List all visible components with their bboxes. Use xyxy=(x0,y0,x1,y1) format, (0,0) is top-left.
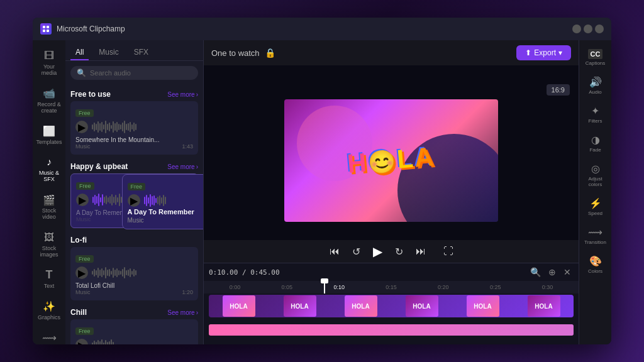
window-controls: ─ □ ✕ xyxy=(572,25,604,33)
rewind-button[interactable]: ↺ xyxy=(350,243,363,260)
see-more-happy[interactable]: See more › xyxy=(167,163,198,170)
export-button[interactable]: ⬆ Export ▾ xyxy=(516,45,571,60)
audio-right-icon: 🔊 xyxy=(589,76,602,88)
media-icon: 🎞 xyxy=(42,49,56,63)
svg-rect-3 xyxy=(47,30,49,32)
timeline-settings-button[interactable]: ✕ xyxy=(561,266,574,278)
sidebar-label-stock-video: Stock video xyxy=(36,208,62,221)
track-meta-lofi: Music 1:20 xyxy=(75,289,193,295)
audio-track-chill: Free ▶ xyxy=(70,319,198,344)
sidebar-item-stock-images[interactable]: 🖼 Stock images xyxy=(35,227,63,262)
audio-content: Free to use See more › Free ▶ Somewhere xyxy=(65,85,203,344)
music-icon: ♪ xyxy=(42,155,56,169)
section-chill: Chill See more › xyxy=(70,303,198,319)
search-icon: 🔍 xyxy=(77,69,86,77)
audio-clip[interactable] xyxy=(209,324,574,336)
section-title-lofi: Lo-fi xyxy=(70,236,87,244)
see-more-free[interactable]: See more › xyxy=(167,91,198,98)
ruler-mark-20: 0:20 xyxy=(417,284,469,290)
sidebar-item-text[interactable]: T Text xyxy=(35,265,63,293)
aspect-ratio-badge: 16:9 xyxy=(547,84,570,96)
app-window: Microsoft Clipchamp ─ □ ✕ 🎞 Your media 📹… xyxy=(33,18,611,344)
play-pause-button[interactable]: ▶ xyxy=(370,241,385,261)
sidebar-item-transitions[interactable]: ⟿ Transitions xyxy=(35,327,63,344)
sidebar-item-graphics[interactable]: ✨ Graphics xyxy=(35,296,63,325)
right-item-fade[interactable]: ◑ Fade xyxy=(582,130,609,156)
sidebar-item-record[interactable]: 📹 Record & create xyxy=(35,83,63,118)
see-more-chill[interactable]: See more › xyxy=(167,309,198,316)
svg-rect-2 xyxy=(43,30,45,32)
search-input[interactable] xyxy=(90,69,192,77)
forward-button[interactable]: ↻ xyxy=(392,243,406,260)
sidebar-item-music[interactable]: ♪ Music & SFX xyxy=(35,151,63,187)
sidebar-label-graphics: Graphics xyxy=(38,315,60,321)
popup-waveform xyxy=(144,193,204,208)
right-item-captions[interactable]: CC Captions xyxy=(582,45,609,70)
free-badge-day: Free xyxy=(76,182,94,190)
play-button-lofi[interactable]: ▶ xyxy=(75,266,88,279)
svg-rect-0 xyxy=(43,26,45,28)
clip-thumb-5: HOLA xyxy=(467,295,499,317)
filters-icon: ✦ xyxy=(591,105,599,117)
ruler-mark-5: 0:05 xyxy=(261,284,313,290)
right-panel: CC Captions 🔊 Audio ✦ Filters ◑ Fade ◎ A… xyxy=(579,40,611,344)
center-area: One to watch 🔒 ⬆ Export ▾ 16:9 xyxy=(204,40,579,344)
play-button-chill[interactable]: ▶ xyxy=(75,339,88,344)
fullscreen-button[interactable]: ⛶ xyxy=(441,243,456,260)
right-item-colors[interactable]: 🎨 Colors xyxy=(582,251,609,278)
tab-sfx[interactable]: SFX xyxy=(129,45,153,60)
fade-icon: ◑ xyxy=(591,134,600,146)
ruler-mark-15: 0:15 xyxy=(365,284,418,290)
captions-icon: CC xyxy=(588,49,603,59)
track-row-lofi: ▶ xyxy=(75,265,193,280)
adjust-icon: ◎ xyxy=(591,163,600,175)
close-button[interactable]: ✕ xyxy=(595,25,604,33)
skip-forward-button[interactable]: ⏭ xyxy=(413,243,428,260)
section-free-to-use: Free to use See more › xyxy=(70,85,198,101)
video-clip[interactable]: HOLA HOLA HOLA HOLA HOLA HOLA xyxy=(209,295,574,317)
zoom-in-button[interactable]: ⊕ xyxy=(546,266,558,278)
audio-panel: All Music SFX 🔍 Free to use See more › xyxy=(65,40,204,344)
sidebar-label-media: Your media xyxy=(36,64,62,77)
stock-images-icon: 🖼 xyxy=(42,231,56,244)
right-label-audio: Audio xyxy=(589,89,601,95)
section-title-happy: Happy & upbeat xyxy=(70,162,128,171)
track-meta-mountain: Music 1:43 xyxy=(75,143,193,150)
tab-music[interactable]: Music xyxy=(94,45,123,60)
ruler-mark-10: 0:10 xyxy=(313,284,365,290)
audio-track-lofi: Free ▶ Total Lofi Chill Music 1:20 xyxy=(70,247,198,300)
right-item-audio[interactable]: 🔊 Audio xyxy=(582,72,609,99)
right-item-transition[interactable]: ⟿ Transition xyxy=(582,222,609,249)
right-label-fade: Fade xyxy=(589,147,601,153)
waveform-chill xyxy=(92,337,193,344)
video-toolbar: One to watch 🔒 ⬆ Export ▾ xyxy=(204,40,579,65)
sidebar-label-music: Music & SFX xyxy=(36,170,62,183)
clip-thumb-3: HOLA xyxy=(345,295,377,317)
sidebar-item-templates[interactable]: ⬜ Templates xyxy=(35,121,63,150)
play-button-mountain[interactable]: ▶ xyxy=(75,121,88,133)
sidebar-item-stock-video[interactable]: 🎬 Stock video xyxy=(35,189,63,224)
maximize-button[interactable]: □ xyxy=(584,25,592,33)
popup-badge: Free xyxy=(128,183,146,190)
zoom-out-button[interactable]: 🔍 xyxy=(528,266,543,278)
free-badge-lofi: Free xyxy=(75,255,94,263)
sidebar-item-media[interactable]: 🎞 Your media xyxy=(35,45,63,80)
free-badge-chill: Free xyxy=(75,327,94,335)
free-badge: Free xyxy=(75,109,94,117)
playhead xyxy=(324,281,325,293)
export-chevron-icon: ▾ xyxy=(558,48,562,57)
track-popup: Free ▶ A Day To Remember Music xyxy=(122,174,204,229)
play-button-day[interactable]: ▶ xyxy=(76,194,89,206)
minimize-button[interactable]: ─ xyxy=(572,25,581,33)
popup-play-button[interactable]: ▶ xyxy=(128,194,140,207)
timeline-ruler: 0:00 0:05 0:10 0:15 0:20 0:25 0:30 xyxy=(204,281,579,293)
right-item-speed[interactable]: ⚡ Speed xyxy=(582,194,609,220)
app-icon xyxy=(40,23,52,35)
video-track-row: HOLA HOLA HOLA HOLA HOLA HOLA xyxy=(209,295,574,317)
skip-back-button[interactable]: ⏮ xyxy=(327,243,342,260)
right-item-filters[interactable]: ✦ Filters xyxy=(582,101,609,128)
ruler-mark-30: 0:30 xyxy=(521,284,574,290)
track-name-lofi: Total Lofi Chill xyxy=(75,282,193,289)
tab-all[interactable]: All xyxy=(70,45,89,60)
right-item-adjust[interactable]: ◎ Adjust colors xyxy=(582,159,609,191)
